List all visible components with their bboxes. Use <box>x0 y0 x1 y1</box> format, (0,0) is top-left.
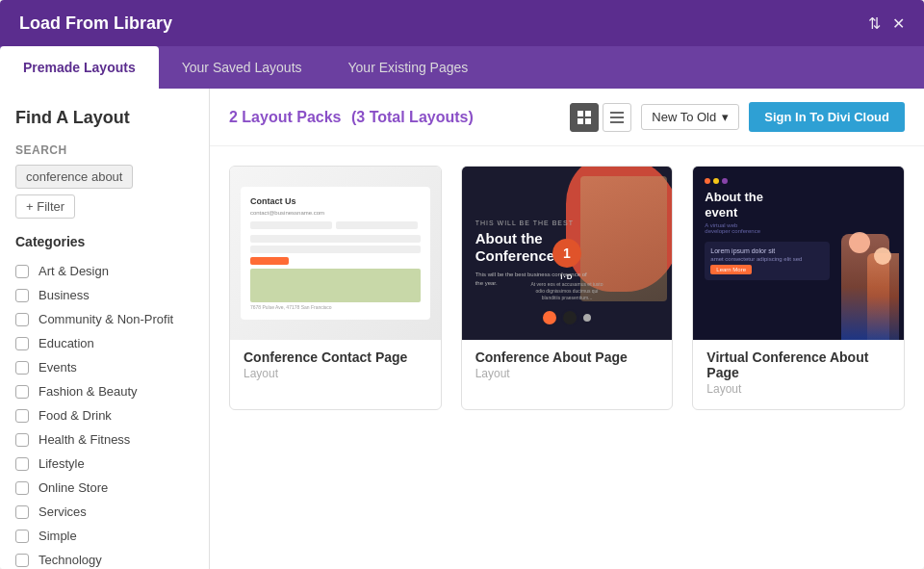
category-label: Community & Non-Profit <box>38 312 173 326</box>
sidebar: Find A Layout Search conference about + … <box>0 89 210 569</box>
close-icon[interactable]: ✕ <box>892 14 905 33</box>
card-preview: Contact Us contact@businessname.com <box>230 167 441 340</box>
list-view-button[interactable] <box>603 103 631 132</box>
layout-count: 2 Layout Packs (3 Total Layouts) <box>229 109 474 126</box>
search-row: conference about + Filter <box>15 165 193 219</box>
category-checkbox[interactable] <box>15 337 29 350</box>
badge: 1 <box>552 239 581 268</box>
category-item[interactable]: Services <box>15 500 193 524</box>
toolbar-right: New To Old ▾ Sign In To Divi Cloud <box>570 102 905 132</box>
list-icon <box>610 111 624 124</box>
category-label: Lifestyle <box>38 456 85 471</box>
svg-rect-3 <box>585 118 591 124</box>
card-type: Layout <box>244 367 427 380</box>
settings-icon[interactable]: ⇅ <box>868 14 881 33</box>
svg-rect-4 <box>610 112 624 114</box>
category-checkbox[interactable] <box>15 385 29 399</box>
layout-card[interactable]: This will be the best About theConferenc… <box>461 166 674 410</box>
tabs-bar: Premade Layouts Your Saved Layouts Your … <box>0 46 924 89</box>
category-item[interactable]: Events <box>15 355 193 379</box>
category-label: Food & Drink <box>38 408 112 423</box>
svg-rect-2 <box>578 118 583 124</box>
header-controls: ⇅ ✕ <box>868 14 905 33</box>
grid-view-button[interactable] <box>570 103 599 132</box>
search-tag[interactable]: conference about <box>15 165 133 189</box>
category-checkbox[interactable] <box>15 313 29 326</box>
category-item[interactable]: Food & Drink <box>15 403 193 427</box>
category-checkbox[interactable] <box>15 481 29 495</box>
category-label: Fashion & Beauty <box>38 384 138 399</box>
category-checkbox[interactable] <box>15 409 29 423</box>
category-item[interactable]: Business <box>15 283 193 307</box>
category-item[interactable]: Education <box>15 331 193 355</box>
category-checkbox[interactable] <box>15 530 29 543</box>
view-toggle <box>570 103 631 132</box>
cards-grid: Contact Us contact@businessname.com <box>229 166 905 410</box>
category-label: Events <box>38 360 77 375</box>
layout-card[interactable]: About theevent A virtual webdeveloper co… <box>692 166 905 410</box>
card-type: Layout <box>475 367 659 380</box>
card-info: Conference About Page Layout <box>462 340 673 394</box>
sort-dropdown[interactable]: New To Old ▾ <box>641 104 739 130</box>
svg-rect-1 <box>585 111 591 116</box>
category-label: Online Store <box>38 480 108 495</box>
category-item[interactable]: Community & Non-Profit <box>15 307 193 331</box>
tab-existing[interactable]: Your Existing Pages <box>325 46 492 89</box>
category-item[interactable]: Simple <box>15 524 193 548</box>
category-checkbox[interactable] <box>15 289 29 302</box>
card-info: Virtual Conference About Page Layout <box>693 340 904 409</box>
sign-in-button[interactable]: Sign In To Divi Cloud <box>749 102 905 132</box>
card-title: Conference About Page <box>475 349 659 365</box>
category-label: Education <box>38 336 94 350</box>
category-item[interactable]: Online Store <box>15 476 193 500</box>
card-type: Layout <box>706 382 890 396</box>
cards-area: Contact Us contact@businessname.com <box>210 146 924 569</box>
category-label: Health & Fitness <box>38 432 130 447</box>
categories-title: Categories <box>15 234 193 249</box>
sort-label: New To Old <box>652 110 716 124</box>
card-preview: This will be the best About theConferenc… <box>462 167 673 340</box>
category-checkbox[interactable] <box>15 554 29 567</box>
card-title: Virtual Conference About Page <box>706 349 890 380</box>
category-label: Art & Design <box>38 264 109 278</box>
layout-card[interactable]: Contact Us contact@businessname.com <box>229 166 442 410</box>
tab-premade[interactable]: Premade Layouts <box>0 46 159 89</box>
filter-button[interactable]: + Filter <box>15 194 75 219</box>
category-label: Simple <box>38 529 77 543</box>
category-item[interactable]: Health & Fitness <box>15 427 193 452</box>
load-from-library-modal: Load From Library ⇅ ✕ Premade Layouts Yo… <box>0 0 924 569</box>
svg-rect-6 <box>610 121 624 123</box>
category-checkbox[interactable] <box>15 505 29 519</box>
category-item[interactable]: Fashion & Beauty <box>15 379 193 403</box>
category-checkbox[interactable] <box>15 433 29 447</box>
card-preview: About theevent A virtual webdeveloper co… <box>693 167 904 340</box>
modal-header: Load From Library ⇅ ✕ <box>0 0 924 46</box>
sidebar-title: Find A Layout <box>15 108 193 128</box>
modal-title: Load From Library <box>19 13 172 34</box>
category-label: Services <box>38 504 87 519</box>
svg-rect-5 <box>610 116 624 118</box>
chevron-down-icon: ▾ <box>722 110 729 124</box>
tab-saved[interactable]: Your Saved Layouts <box>159 46 325 89</box>
main-content: 2 Layout Packs (3 Total Layouts) <box>210 89 924 569</box>
category-checkbox[interactable] <box>15 457 29 471</box>
main-toolbar: 2 Layout Packs (3 Total Layouts) <box>210 89 924 146</box>
contact-mockup: Contact Us contact@businessname.com <box>241 187 430 320</box>
svg-rect-0 <box>578 111 583 116</box>
category-item[interactable]: Technology <box>15 548 193 569</box>
category-item[interactable]: Lifestyle <box>15 452 193 476</box>
card-info: Conference Contact Page Layout <box>230 340 441 394</box>
virtual-dots <box>705 178 892 184</box>
category-list: Art & Design Business Community & Non-Pr… <box>15 259 193 569</box>
grid-icon <box>578 111 591 124</box>
category-checkbox[interactable] <box>15 361 29 375</box>
category-checkbox[interactable] <box>15 265 29 278</box>
card-title: Conference Contact Page <box>244 349 427 365</box>
modal-body: Find A Layout Search conference about + … <box>0 89 924 569</box>
category-label: Technology <box>38 553 102 567</box>
category-item[interactable]: Art & Design <box>15 259 193 283</box>
search-label: Search <box>15 143 193 157</box>
category-label: Business <box>38 288 90 302</box>
